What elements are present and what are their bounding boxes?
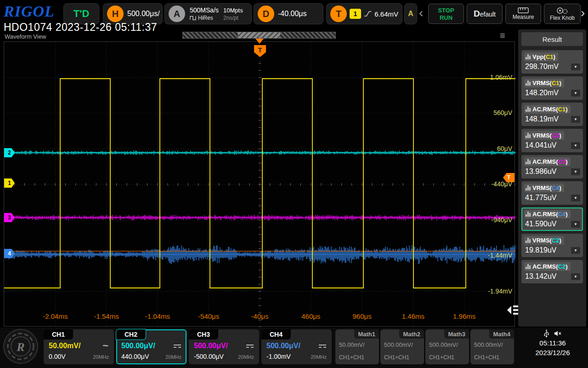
delay-chip[interactable]: D -40.00μs <box>254 3 323 24</box>
math-chip-3[interactable]: Math3500.00mV/CH1+CH1 <box>425 329 469 364</box>
result-label: VRMS(C1) <box>524 79 564 87</box>
histogram-icon <box>526 264 531 269</box>
dropdown-arrow-icon[interactable]: ▼ <box>571 221 580 228</box>
result-item[interactable]: VRMS(C2)19.819uV▼ <box>521 234 583 257</box>
waveform-view[interactable]: T T 1.06mV560μV60μV-440μV-940μV-1.44mV-1… <box>4 41 515 327</box>
rigol-gear-logo: R <box>6 332 35 361</box>
math-chip-1[interactable]: Math150.00mV/CH1+CH1 <box>335 329 379 364</box>
result-value: 19.819uV <box>525 246 557 254</box>
math-tab-3[interactable]: Math3 <box>444 329 469 339</box>
histogram-icon <box>526 133 531 138</box>
measure-icon <box>518 7 529 13</box>
dropdown-arrow-icon[interactable]: ▼ <box>571 63 580 70</box>
math-tab-2[interactable]: Math2 <box>399 329 424 339</box>
nav-left-arrow[interactable]: ‹ <box>419 6 423 20</box>
horizontal-position-bar[interactable] <box>182 32 336 39</box>
channel-tab-ch2[interactable]: CH2 <box>116 329 146 339</box>
trigger-position-pointer[interactable] <box>255 39 264 44</box>
menu-icon[interactable]: ≡ <box>500 30 505 41</box>
result-label: AC.RMS(C4) <box>524 210 571 218</box>
math-chip-2[interactable]: Math2500.00mV/CH1+CH1 <box>380 329 424 364</box>
math-tab-4[interactable]: Math4 <box>489 329 514 339</box>
dropdown-arrow-icon[interactable]: ▼ <box>571 168 580 175</box>
channel-tab-ch4[interactable]: CH4 <box>261 329 291 339</box>
hatch-right <box>280 32 335 38</box>
time-label: 1.96ms <box>446 312 483 320</box>
channel-tab-ch1[interactable]: CH1 <box>44 329 73 339</box>
delay-knob[interactable]: D <box>258 6 274 22</box>
trigger-knob[interactable]: T <box>330 6 347 22</box>
result-item[interactable]: VRMS(C4)41.775uV▼ <box>521 181 583 205</box>
math-expression: CH1+CH1 <box>339 354 364 361</box>
ground-marker-ch1[interactable]: 1 <box>4 178 15 188</box>
result-item[interactable]: VRMS(C1)148.20mV▼ <box>521 76 583 100</box>
horizontal-scale-value: 500.00μs/ <box>127 10 160 18</box>
result-panel: Result Vpp(C1)298.70mV▼VRMS(C1)148.20mV▼… <box>518 29 586 327</box>
horizontal-knob[interactable]: H <box>107 6 124 22</box>
result-item[interactable]: AC.RMS(C1)148.19mV▼ <box>521 103 583 126</box>
dropdown-arrow-icon[interactable]: ▼ <box>571 195 580 201</box>
scale-label: 560μV <box>493 109 512 116</box>
acquisition-chip[interactable]: A 500MSa/s HiRes 10Mpts 2ns/pt <box>164 3 252 24</box>
channel-chip-ch3[interactable]: CH3500.00μV/-500.00μV20MHz <box>189 329 259 364</box>
flex-knob-button[interactable]: Flex Knob <box>544 4 581 24</box>
channel-tab-ch3[interactable]: CH3 <box>189 329 218 339</box>
result-label: AC.RMS(C1) <box>524 105 571 114</box>
position-window[interactable] <box>238 32 280 38</box>
ground-marker-ch3[interactable]: 3 <box>4 213 15 222</box>
dropdown-arrow-icon[interactable]: ▼ <box>571 247 580 254</box>
result-label: AC.RMS(C3) <box>524 157 571 166</box>
trigger-chip[interactable]: T 1 6.64mV <box>326 3 402 24</box>
trigger-badge[interactable]: A <box>404 3 417 24</box>
channel-offset: 0.00V <box>49 353 66 360</box>
channel-chip-ch4[interactable]: CH4500.00μV/-1.00mV20MHz <box>261 329 332 364</box>
stop-run-button[interactable]: STOP RUN <box>428 4 464 24</box>
result-item[interactable]: AC.RMS(C3)13.986uV▼ <box>521 155 583 178</box>
dropdown-arrow-icon[interactable]: ▼ <box>571 116 580 123</box>
delay-value: -40.00μs <box>278 10 307 18</box>
channel-bandwidth: 20MHz <box>311 354 327 360</box>
result-label: VRMS(C2) <box>524 236 564 245</box>
ground-marker-ch2[interactable]: 2 <box>4 148 15 157</box>
time-label: -1.04ms <box>139 312 176 320</box>
trigger-position-flag[interactable]: T <box>254 45 266 57</box>
result-item[interactable]: AC.RMS(C4)41.590uV▼ <box>521 207 583 231</box>
sample-resolution: 2ns/pt <box>223 15 243 21</box>
result-item[interactable]: AC.RMS(C2)13.142uV▼ <box>521 260 583 283</box>
result-item[interactable]: VRMS(C3)14.041uV▼ <box>521 129 583 152</box>
channel-bandwidth: 20MHz <box>93 354 109 360</box>
acquisition-knob[interactable]: A <box>169 6 185 22</box>
default-button[interactable]: Default <box>467 4 503 24</box>
time-label: 460μs <box>293 312 329 320</box>
dropdown-arrow-icon[interactable]: ▼ <box>571 142 580 149</box>
dc-coupling-icon <box>319 343 326 351</box>
math-scale: 500.00mV/ <box>384 341 413 348</box>
plot-overlay: T T 1.06mV560μV60μV-440μV-940μV-1.44mV-1… <box>4 42 514 326</box>
time-label: -1.54ms <box>88 312 125 320</box>
scale-label: -440μV <box>492 180 512 188</box>
bottom-bar: R 05:11:36 2023/12/26 CH150.00mV/~0.00V2… <box>0 328 588 368</box>
dropdown-arrow-icon[interactable]: ▼ <box>571 273 580 280</box>
rigol-logo: RIGOL <box>4 3 55 20</box>
channel-chip-ch1[interactable]: CH150.00mV/~0.00V20MHz <box>44 329 114 364</box>
math-scale: 500.00mV/ <box>429 341 458 348</box>
result-item[interactable]: Vpp(C1)298.70mV▼ <box>521 50 583 74</box>
time-label: 960μs <box>344 312 380 320</box>
result-list: Vpp(C1)298.70mV▼VRMS(C1)148.20mV▼AC.RMS(… <box>520 50 584 283</box>
channel-bandwidth: 20MHz <box>238 354 254 360</box>
histogram-icon <box>526 80 531 86</box>
nav-right-arrow[interactable]: › <box>581 6 585 20</box>
time-label: -2.04ms <box>37 312 74 320</box>
scale-label: 60μV <box>497 145 512 152</box>
measure-button[interactable]: Measure <box>505 4 541 24</box>
rigol-home-button[interactable]: R <box>3 329 38 364</box>
channel-chip-ch2[interactable]: CH2500.00μV/440.00μV20MHz <box>116 329 187 364</box>
math-chip-4[interactable]: Math4500.00mV/CH1+CH1 <box>470 329 514 364</box>
dropdown-arrow-icon[interactable]: ▼ <box>571 90 580 97</box>
histogram-icon <box>526 107 531 112</box>
ground-marker-ch4[interactable]: 4 <box>4 249 15 258</box>
math-tab-1[interactable]: Math1 <box>354 329 379 339</box>
math-expression: CH1+CH1 <box>384 354 409 361</box>
result-value: 41.775uV <box>525 194 557 202</box>
channel-bandwidth: 20MHz <box>165 354 181 360</box>
